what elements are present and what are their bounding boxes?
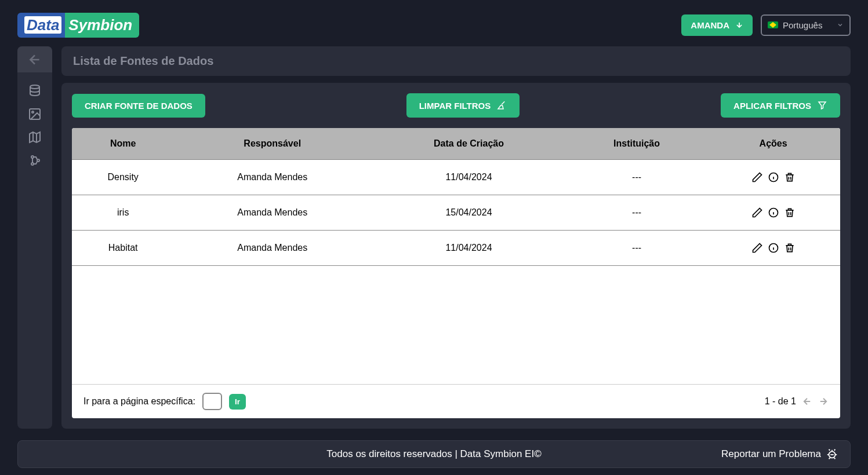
bug-icon bbox=[826, 448, 838, 461]
page-range: 1 - de 1 bbox=[765, 396, 796, 407]
ai-chip-icon bbox=[28, 154, 42, 167]
cell-actions bbox=[706, 160, 840, 195]
apply-filters-button[interactable]: APLICAR FILTROS bbox=[721, 93, 840, 118]
app-header: Data Symbion AMANDA Português bbox=[0, 0, 868, 41]
filter-icon bbox=[817, 100, 827, 111]
cell-responsible: Amanda Mendes bbox=[174, 160, 371, 195]
svg-point-0 bbox=[30, 85, 39, 89]
arrow-right-icon bbox=[818, 396, 829, 407]
app-logo[interactable]: Data Symbion bbox=[17, 13, 139, 38]
goto-page: Ir para a página específica: Ir bbox=[83, 393, 246, 410]
table-row: HabitatAmanda Mendes11/04/2024--- bbox=[72, 231, 840, 266]
chevron-down-icon bbox=[837, 21, 844, 28]
cell-institution: --- bbox=[567, 231, 706, 266]
cell-institution: --- bbox=[567, 160, 706, 195]
svg-point-3 bbox=[31, 156, 34, 158]
cell-responsible: Amanda Mendes bbox=[174, 195, 371, 231]
sidebar bbox=[17, 46, 52, 429]
col-name: Nome bbox=[72, 128, 174, 160]
prev-page-button[interactable] bbox=[802, 396, 812, 407]
goto-page-button[interactable]: Ir bbox=[229, 394, 246, 410]
edit-button[interactable] bbox=[751, 171, 763, 183]
edit-button[interactable] bbox=[751, 207, 763, 218]
cell-created: 11/04/2024 bbox=[371, 160, 567, 195]
arrow-left-icon bbox=[802, 396, 812, 407]
language-select[interactable]: Português bbox=[761, 14, 851, 36]
report-label: Reportar um Problema bbox=[721, 448, 821, 460]
pager: 1 - de 1 bbox=[765, 396, 829, 407]
sidebar-item-database[interactable] bbox=[17, 79, 52, 103]
sidebar-item-ai[interactable] bbox=[17, 149, 52, 172]
clear-filters-button[interactable]: LIMPAR FILTROS bbox=[406, 93, 520, 118]
panel-toolbar: CRIAR FONTE DE DADOS LIMPAR FILTROS APLI… bbox=[72, 93, 840, 118]
cell-name: Habitat bbox=[72, 231, 174, 266]
back-button[interactable] bbox=[17, 46, 52, 72]
cell-created: 15/04/2024 bbox=[371, 195, 567, 231]
svg-point-4 bbox=[31, 163, 34, 165]
sidebar-item-image[interactable] bbox=[17, 103, 52, 126]
delete-button[interactable] bbox=[784, 242, 796, 254]
main-content: Lista de Fontes de Dados CRIAR FONTE DE … bbox=[61, 46, 851, 429]
col-responsible: Responsável bbox=[174, 128, 371, 160]
logo-part2: Symbion bbox=[65, 13, 139, 38]
delete-button[interactable] bbox=[784, 171, 796, 183]
arrow-left-icon bbox=[27, 52, 42, 67]
svg-point-2 bbox=[32, 111, 34, 113]
report-problem-link[interactable]: Reportar um Problema bbox=[721, 448, 838, 461]
table-footer: Ir para a página específica: Ir 1 - de 1 bbox=[72, 384, 840, 418]
broom-icon bbox=[496, 100, 507, 111]
app-footer: Todos os direitos reservados | Data Symb… bbox=[17, 440, 851, 468]
next-page-button[interactable] bbox=[818, 396, 829, 407]
table-container: Nome Responsável Data de Criação Institu… bbox=[72, 128, 840, 418]
user-label: AMANDA bbox=[691, 20, 729, 30]
content-panel: CRIAR FONTE DE DADOS LIMPAR FILTROS APLI… bbox=[61, 83, 851, 429]
info-button[interactable] bbox=[768, 207, 779, 218]
cell-actions bbox=[706, 195, 840, 231]
col-institution: Instituição bbox=[567, 128, 706, 160]
footer-rights: Todos os direitos reservados | Data Symb… bbox=[326, 448, 541, 460]
table-row: DensityAmanda Mendes11/04/2024--- bbox=[72, 160, 840, 195]
table-row: irisAmanda Mendes15/04/2024--- bbox=[72, 195, 840, 231]
col-created: Data de Criação bbox=[371, 128, 567, 160]
delete-button[interactable] bbox=[784, 207, 796, 218]
col-actions: Ações bbox=[706, 128, 840, 160]
header-right: AMANDA Português bbox=[681, 14, 851, 36]
flag-brazil-icon bbox=[768, 21, 778, 28]
cell-responsible: Amanda Mendes bbox=[174, 231, 371, 266]
language-label: Português bbox=[783, 20, 822, 30]
page-title: Lista de Fontes de Dados bbox=[61, 46, 851, 76]
map-icon bbox=[28, 130, 42, 144]
goto-page-input[interactable] bbox=[202, 393, 222, 410]
cell-created: 11/04/2024 bbox=[371, 231, 567, 266]
chevron-down-icon bbox=[735, 21, 743, 29]
info-button[interactable] bbox=[768, 242, 779, 254]
cell-actions bbox=[706, 231, 840, 266]
user-menu-button[interactable]: AMANDA bbox=[681, 14, 753, 36]
svg-point-5 bbox=[37, 159, 39, 162]
create-datasource-button[interactable]: CRIAR FONTE DE DADOS bbox=[72, 94, 205, 118]
goto-label: Ir para a página específica: bbox=[83, 396, 195, 407]
edit-button[interactable] bbox=[751, 242, 763, 254]
cell-name: Density bbox=[72, 160, 174, 195]
logo-part1: Data bbox=[24, 16, 61, 34]
datasource-table: Nome Responsável Data de Criação Institu… bbox=[72, 128, 840, 266]
info-button[interactable] bbox=[768, 171, 779, 183]
sidebar-item-map[interactable] bbox=[17, 126, 52, 149]
cell-institution: --- bbox=[567, 195, 706, 231]
cell-name: iris bbox=[72, 195, 174, 231]
database-icon bbox=[28, 84, 42, 98]
image-icon bbox=[28, 107, 42, 121]
